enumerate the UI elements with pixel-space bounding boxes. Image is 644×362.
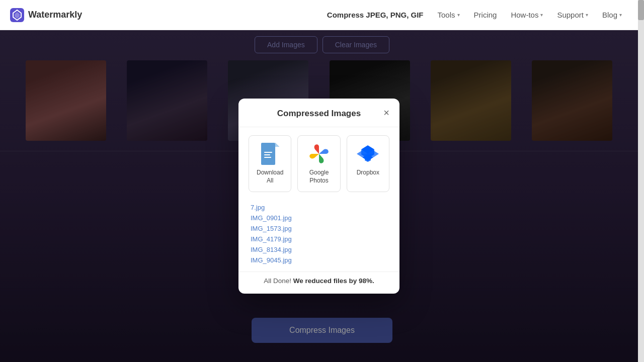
nav-item-support[interactable]: Support ▾ bbox=[551, 7, 594, 23]
file-link-4[interactable]: IMG_8134.jpg bbox=[251, 244, 387, 255]
compressed-images-modal: Compressed Images × DownloadAll bbox=[238, 99, 399, 294]
dropbox-option[interactable]: Dropbox bbox=[347, 135, 389, 192]
nav-item-howtos[interactable]: How-tos ▾ bbox=[505, 7, 549, 23]
dropbox-icon bbox=[357, 143, 379, 165]
nav-item-pricing[interactable]: Pricing bbox=[468, 7, 503, 23]
download-all-icon bbox=[259, 143, 281, 165]
modal-header: Compressed Images × bbox=[238, 99, 399, 127]
download-all-option[interactable]: DownloadAll bbox=[249, 135, 291, 192]
support-chevron-icon: ▾ bbox=[586, 12, 588, 18]
download-options: DownloadAll GooglePhotos bbox=[238, 127, 399, 200]
modal-overlay: Compressed Images × DownloadAll bbox=[0, 30, 638, 362]
logo[interactable]: Watermarkly bbox=[10, 8, 82, 22]
svg-rect-5 bbox=[264, 154, 270, 155]
tools-chevron-icon: ▾ bbox=[457, 12, 460, 18]
svg-rect-4 bbox=[264, 152, 272, 153]
blog-chevron-icon: ▾ bbox=[619, 12, 622, 18]
nav-item-tools[interactable]: Tools ▾ bbox=[432, 7, 466, 23]
howtos-chevron-icon: ▾ bbox=[540, 12, 543, 18]
done-highlight: We reduced files by 98%. bbox=[293, 277, 374, 285]
modal-title: Compressed Images bbox=[277, 109, 361, 119]
file-link-5[interactable]: IMG_9045.jpg bbox=[251, 255, 387, 265]
nav-item-blog[interactable]: Blog ▾ bbox=[596, 7, 628, 23]
nav-item-active: Compress JPEG, PNG, GIF bbox=[321, 7, 430, 23]
google-photos-icon bbox=[308, 143, 330, 165]
svg-rect-1 bbox=[261, 143, 275, 165]
scrollbar[interactable] bbox=[638, 0, 644, 362]
file-link-0[interactable]: 7.jpg bbox=[251, 202, 387, 213]
svg-marker-3 bbox=[275, 143, 279, 147]
dropbox-label: Dropbox bbox=[357, 169, 379, 177]
file-link-1[interactable]: IMG_0901.jpg bbox=[251, 213, 387, 223]
file-links: 7.jpg IMG_0901.jpg IMG_1573.jpg IMG_4179… bbox=[238, 200, 399, 272]
logo-text: Watermarkly bbox=[28, 10, 82, 20]
download-all-label: DownloadAll bbox=[257, 169, 283, 185]
nav: Compress JPEG, PNG, GIF Tools ▾ Pricing … bbox=[321, 7, 628, 23]
google-photos-label: GooglePhotos bbox=[309, 169, 329, 185]
done-text: All Done! bbox=[264, 277, 293, 285]
modal-close-button[interactable]: × bbox=[381, 106, 391, 120]
google-photos-option[interactable]: GooglePhotos bbox=[297, 135, 340, 192]
logo-icon bbox=[10, 8, 24, 22]
file-link-2[interactable]: IMG_1573.jpg bbox=[251, 223, 387, 234]
scrollbar-thumb[interactable] bbox=[638, 0, 644, 20]
done-message: All Done! We reduced files by 98%. bbox=[238, 272, 399, 294]
svg-rect-6 bbox=[264, 157, 271, 158]
file-link-3[interactable]: IMG_4179.jpg bbox=[251, 234, 387, 244]
header: Watermarkly Compress JPEG, PNG, GIF Tool… bbox=[0, 0, 638, 30]
